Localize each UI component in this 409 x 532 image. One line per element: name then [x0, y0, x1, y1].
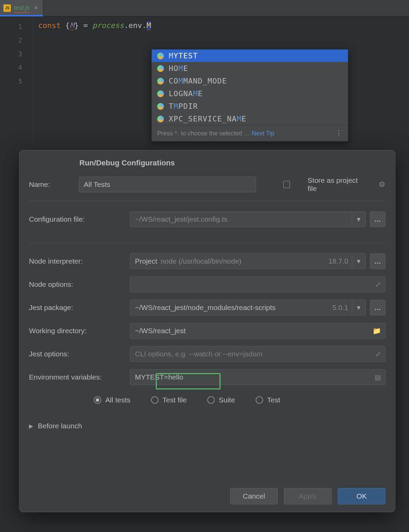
test-scope-radios: All tests Test file Suite Test [29, 393, 385, 404]
token-dot: . [142, 21, 147, 30]
store-checkbox[interactable] [283, 181, 290, 188]
radio-test-file[interactable]: Test file [151, 396, 187, 404]
interp-value: node (/usr/local/bin/node) [161, 257, 241, 265]
config-file-combo[interactable]: ~/WS/react_jest/jest.config.ts ▾ [130, 211, 366, 227]
token-brace: { [65, 21, 70, 30]
chevron-down-icon[interactable]: ▾ [352, 212, 365, 227]
next-tip-link[interactable]: Next Tip [252, 130, 274, 137]
workdir-value: ~/WS/react_jest [135, 327, 186, 335]
suggestion-icon [157, 65, 164, 72]
interp-prefix: Project [135, 257, 157, 265]
run-debug-dialog: Run/Debug Configurations Name: Store as … [19, 150, 395, 512]
jest-pkg-version: 5.0.1 [332, 304, 348, 312]
cancel-button[interactable]: Cancel [230, 488, 278, 504]
autocomplete-popup: MYTEST HOME COMMAND_MODE LOGNAME TMPDIR … [151, 49, 348, 142]
node-options-label: Node options: [29, 280, 130, 289]
autocomplete-item[interactable]: COMMAND_MODE [152, 75, 348, 87]
autocomplete-hint: Press ^. to choose the selected … Next T… [157, 130, 274, 137]
divider [29, 201, 385, 201]
jest-package-label: Jest package: [29, 304, 130, 312]
radio-label: All tests [105, 396, 131, 404]
config-file-label: Configuration file: [29, 215, 130, 223]
node-options-input[interactable]: ⤢ [130, 277, 385, 292]
line-number: 2 [0, 33, 33, 47]
token-cursor: M [147, 21, 151, 30]
token-env: env [128, 21, 142, 30]
interp-version: 18.7.0 [329, 257, 348, 265]
browse-button[interactable]: … [370, 300, 385, 315]
name-input[interactable] [79, 177, 256, 192]
line-number: 4 [0, 61, 33, 74]
close-icon[interactable]: × [34, 4, 38, 12]
dialog-button-bar: Cancel Apply OK [230, 488, 385, 504]
name-label: Name: [29, 180, 65, 189]
node-interpreter-combo[interactable]: Project node (/usr/local/bin/node) 18.7.… [130, 253, 366, 269]
radio-label: Suite [219, 396, 235, 404]
autocomplete-item[interactable]: XPC_SERVICE_NAME [152, 113, 348, 125]
line-number: 5 [0, 74, 33, 88]
editor-tabbar: JS test.js × [0, 0, 409, 16]
jest-package-combo[interactable]: ~/WS/react_jest/node_modules/react-scrip… [130, 300, 366, 315]
suggestion-icon [157, 116, 164, 122]
token-var: M [70, 21, 74, 30]
apply-label: Apply [299, 492, 317, 500]
jest-options-placeholder: CLI options, e.g. --watch or --env=jsdom [135, 350, 262, 358]
chevron-down-icon[interactable]: ▾ [352, 300, 365, 315]
autocomplete-item[interactable]: MYTEST [152, 49, 348, 62]
js-file-icon: JS [3, 4, 11, 12]
suggestion-text: COMMAND_MODE [169, 77, 227, 85]
radio-test[interactable]: Test [256, 396, 281, 404]
radio-suite[interactable]: Suite [207, 396, 235, 404]
workdir-input[interactable]: ~/WS/react_jest 📁 [130, 323, 385, 339]
env-vars-input[interactable]: MYTEST=hello ▤ [130, 369, 385, 385]
store-label: Store as project file [308, 176, 362, 193]
env-vars-value: MYTEST=hello [135, 373, 183, 381]
browse-button[interactable]: … [370, 211, 385, 227]
autocomplete-item[interactable]: TMPDIR [152, 100, 348, 113]
expand-icon[interactable]: ⤢ [375, 280, 381, 289]
line-number: 3 [0, 47, 33, 61]
jest-options-input[interactable]: CLI options, e.g. --watch or --env=jsdom… [130, 346, 385, 362]
node-interpreter-label: Node interpreter: [29, 257, 130, 265]
suggestion-icon [157, 103, 164, 110]
suggestion-text: XPC_SERVICE_NAME [169, 115, 246, 123]
autocomplete-item[interactable]: HOME [152, 62, 348, 75]
more-icon[interactable]: ⋮ [335, 129, 343, 138]
chevron-down-icon[interactable]: ▾ [352, 254, 365, 269]
dialog-title: Run/Debug Configurations [29, 158, 385, 176]
token-brace: } [74, 21, 79, 30]
env-vars-label: Environment variables: [29, 373, 130, 381]
before-launch-label[interactable]: Before launch [38, 422, 82, 430]
code-area[interactable]: const {M} = process.env.M [33, 16, 156, 143]
token-dot: . [124, 21, 128, 30]
suggestion-icon [157, 53, 164, 59]
radio-label: Test file [163, 396, 187, 404]
token-process: process [92, 21, 124, 30]
suggestion-text: TMPDIR [169, 102, 198, 110]
ok-button[interactable]: OK [338, 488, 385, 504]
line-number: 1 [0, 20, 33, 33]
apply-button[interactable]: Apply [284, 488, 332, 504]
radio-all-tests[interactable]: All tests [94, 396, 131, 404]
ok-label: OK [357, 492, 367, 500]
file-tab[interactable]: JS test.js × [0, 0, 43, 16]
list-icon[interactable]: ▤ [375, 373, 381, 381]
code-editor[interactable]: 1 2 3 4 5 const {M} = process.env.M MYTE… [0, 16, 409, 143]
autocomplete-item[interactable]: LOGNAME [152, 87, 348, 100]
suggestion-text: LOGNAME [169, 89, 203, 98]
suggestion-text: HOME [169, 64, 188, 73]
tab-filename: test.js [14, 4, 30, 12]
folder-icon[interactable]: 📁 [373, 327, 381, 335]
jest-options-label: Jest options: [29, 350, 130, 358]
gear-icon[interactable]: ⚙ [379, 180, 385, 189]
autocomplete-footer: Press ^. to choose the selected … Next T… [152, 125, 348, 141]
radio-label: Test [267, 396, 281, 404]
expand-icon[interactable]: ⤢ [375, 350, 381, 358]
divider [29, 243, 385, 243]
disclosure-triangle-icon[interactable]: ▶ [29, 423, 33, 429]
jest-pkg-value: ~/WS/react_jest/node_modules/react-scrip… [135, 304, 276, 312]
token-eq: = [83, 21, 88, 30]
suggestion-text: MYTEST [169, 51, 198, 60]
browse-button[interactable]: … [370, 253, 385, 269]
line-gutter: 1 2 3 4 5 [0, 16, 33, 143]
